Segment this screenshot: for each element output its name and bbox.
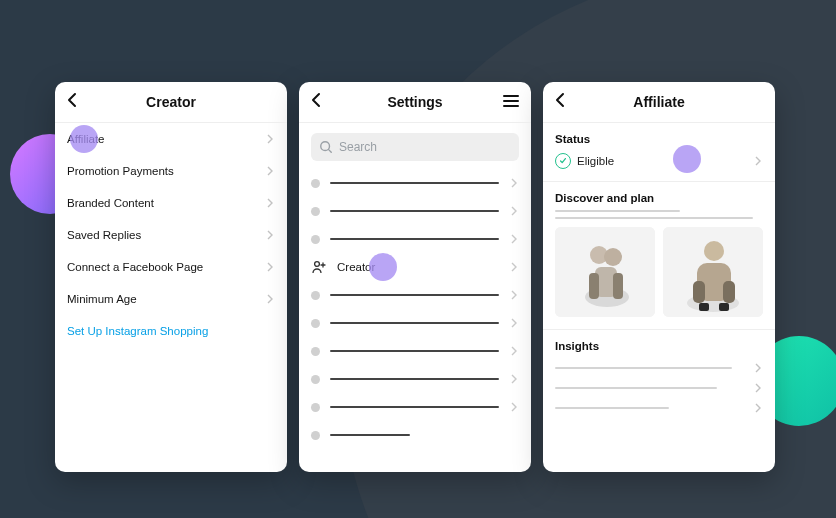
chevron-right-icon <box>753 363 763 373</box>
settings-item[interactable] <box>311 169 519 197</box>
back-button[interactable] <box>65 92 81 108</box>
phones-row: Creator Affiliate Promotion Payments Bra… <box>55 82 775 472</box>
row-saved-replies[interactable]: Saved Replies <box>67 219 275 251</box>
placeholder-line <box>330 350 499 352</box>
insights-item[interactable] <box>555 398 763 418</box>
chevron-right-icon <box>509 206 519 216</box>
title: Settings <box>387 94 442 110</box>
placeholder-line <box>330 182 499 184</box>
placeholder-line <box>555 217 753 219</box>
highlight-dot <box>70 125 98 153</box>
row-promotion-payments[interactable]: Promotion Payments <box>67 155 275 187</box>
placeholder-line <box>555 387 717 389</box>
chevron-right-icon <box>753 156 763 166</box>
bullet-icon <box>311 403 320 412</box>
row-setup-shopping[interactable]: Set Up Instagram Shopping <box>67 315 275 347</box>
title: Affiliate <box>633 94 684 110</box>
row-affiliate[interactable]: Affiliate <box>67 123 275 155</box>
svg-rect-14 <box>723 281 735 303</box>
svg-rect-15 <box>699 303 709 311</box>
body: Search Creator <box>299 123 531 472</box>
thumbnail-icon <box>663 227 763 317</box>
chevron-right-icon <box>509 402 519 412</box>
bullet-icon <box>311 291 320 300</box>
label: Branded Content <box>67 197 154 209</box>
chevron-right-icon <box>509 374 519 384</box>
placeholder-line <box>330 378 499 380</box>
chevron-right-icon <box>265 230 275 240</box>
divider <box>543 181 775 182</box>
header: Settings <box>299 82 531 123</box>
discover-cards <box>555 227 763 317</box>
placeholder-line <box>555 210 680 212</box>
settings-item[interactable] <box>311 365 519 393</box>
placeholder-line <box>330 210 499 212</box>
svg-point-12 <box>704 241 724 261</box>
body: Status Eligible Discover and plan <box>543 123 775 472</box>
chevron-right-icon <box>265 134 275 144</box>
chevron-right-icon <box>265 262 275 272</box>
settings-item[interactable] <box>311 421 519 449</box>
discover-label: Discover and plan <box>555 192 763 204</box>
bullet-icon <box>311 319 320 328</box>
insights-label: Insights <box>555 340 763 352</box>
back-button[interactable] <box>553 92 569 108</box>
person-add-icon <box>311 259 327 275</box>
placeholder-line <box>330 406 499 408</box>
label: Promotion Payments <box>67 165 174 177</box>
hamburger-icon[interactable] <box>503 95 519 107</box>
search-input[interactable]: Search <box>311 133 519 161</box>
row-minimum-age[interactable]: Minimum Age <box>67 283 275 315</box>
row-branded-content[interactable]: Branded Content <box>67 187 275 219</box>
settings-item[interactable] <box>311 337 519 365</box>
settings-item[interactable] <box>311 393 519 421</box>
status-row[interactable]: Eligible <box>555 151 763 171</box>
bullet-icon <box>311 347 320 356</box>
svg-rect-7 <box>589 273 599 299</box>
placeholder-line <box>555 367 732 369</box>
phone-settings: Settings Search Creator <box>299 82 531 472</box>
chevron-right-icon <box>509 290 519 300</box>
settings-item[interactable] <box>311 225 519 253</box>
settings-item[interactable] <box>311 197 519 225</box>
highlight-dot <box>673 145 701 173</box>
label: Saved Replies <box>67 229 141 241</box>
placeholder-line <box>330 434 410 436</box>
bullet-icon <box>311 207 320 216</box>
row-connect-facebook[interactable]: Connect a Facebook Page <box>67 251 275 283</box>
content-card[interactable] <box>555 227 655 317</box>
settings-item[interactable] <box>311 281 519 309</box>
chevron-right-icon <box>265 294 275 304</box>
chevron-right-icon <box>509 318 519 328</box>
phone-creator: Creator Affiliate Promotion Payments Bra… <box>55 82 287 472</box>
status-label: Status <box>555 133 763 145</box>
status-value: Eligible <box>577 155 614 167</box>
insights-item[interactable] <box>555 358 763 378</box>
placeholder-line <box>330 294 499 296</box>
header: Affiliate <box>543 82 775 123</box>
title: Creator <box>146 94 196 110</box>
placeholder-line <box>330 322 499 324</box>
search-icon <box>319 140 333 154</box>
bullet-icon <box>311 179 320 188</box>
search-placeholder: Search <box>339 140 377 154</box>
placeholder-line <box>330 238 499 240</box>
chevron-right-icon <box>509 346 519 356</box>
cta-link[interactable]: Set Up Instagram Shopping <box>67 325 208 337</box>
chevron-right-icon <box>509 234 519 244</box>
chevron-right-icon <box>265 166 275 176</box>
settings-item[interactable] <box>311 309 519 337</box>
back-button[interactable] <box>309 92 325 108</box>
svg-rect-8 <box>613 273 623 299</box>
svg-rect-13 <box>693 281 705 303</box>
body: Affiliate Promotion Payments Branded Con… <box>55 123 287 472</box>
bullet-icon <box>311 235 320 244</box>
content-card[interactable] <box>663 227 763 317</box>
placeholder-line <box>555 407 669 409</box>
insights-item[interactable] <box>555 378 763 398</box>
chevron-right-icon <box>753 383 763 393</box>
phone-affiliate: Affiliate Status Eligible Discover and p… <box>543 82 775 472</box>
label: Minimum Age <box>67 293 137 305</box>
settings-item-creator[interactable]: Creator <box>311 253 519 281</box>
divider <box>543 329 775 330</box>
